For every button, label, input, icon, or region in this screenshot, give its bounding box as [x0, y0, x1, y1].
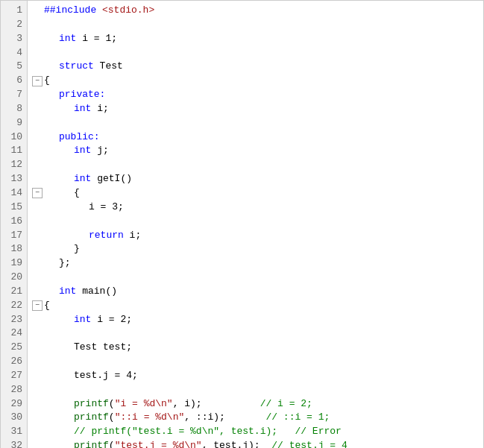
code-line: }; — [32, 256, 483, 271]
token-comment: // ::i = 1; — [265, 411, 330, 425]
line-number: 29 — [5, 397, 22, 411]
line-number: 7 — [5, 88, 22, 102]
token-plain: i; — [124, 229, 141, 243]
code-line: int main() — [32, 285, 483, 299]
code-line: i = 3; — [32, 201, 483, 215]
code-line: int i = 2; — [32, 313, 483, 327]
token-plain: test.j = 4; — [74, 369, 138, 383]
token-plain: Test test; — [74, 341, 132, 355]
token-kw: struct — [59, 60, 94, 74]
line-number: 1 — [5, 4, 22, 18]
line-number: 2 — [5, 18, 22, 32]
line-number: 19 — [5, 256, 22, 271]
line-number: 17 — [5, 229, 22, 243]
token-kw: int — [59, 32, 76, 46]
line-number: 27 — [5, 369, 22, 383]
code-line: printf("i = %d\n", i); // i = 2; — [32, 397, 483, 411]
code-line: Test test; — [32, 341, 483, 355]
code-line — [32, 355, 483, 369]
token-plain: i = 2; — [91, 313, 132, 327]
line-number: 23 — [5, 313, 22, 327]
code-line: // printf("test.i = %d\n", test.i); // E… — [32, 425, 483, 439]
code-line: −{ — [32, 74, 483, 88]
line-number: 18 — [5, 242, 22, 256]
line-number: 30 — [5, 411, 22, 425]
token-plain: { — [44, 299, 50, 313]
token-plain: getI() — [91, 172, 132, 186]
code-line: int j; — [32, 144, 483, 158]
line-number: 25 — [5, 341, 22, 355]
token-plain: i = 3; — [89, 201, 124, 215]
code-line: printf("test.j = %d\n", test.j); // test… — [32, 439, 483, 448]
code-line — [32, 215, 483, 229]
code-line — [32, 46, 483, 60]
token-access: public: — [59, 130, 100, 145]
token-plain: ( — [109, 397, 115, 411]
line-numbers: 1234567891011121314151617181920212223242… — [1, 1, 28, 448]
token-kw: int — [59, 285, 76, 299]
line-number: 22 — [5, 299, 22, 313]
token-kw: int — [74, 313, 91, 327]
token-header: <stdio.h> — [102, 4, 154, 18]
token-kw: int — [74, 144, 91, 158]
line-number: 32 — [5, 439, 22, 448]
token-str: "::i = %d\n" — [115, 411, 185, 425]
token-plain: j; — [91, 144, 108, 158]
line-number: 15 — [5, 201, 22, 215]
token-plain: , i); — [173, 397, 260, 411]
editor-container: 1234567891011121314151617181920212223242… — [0, 0, 484, 448]
code-line — [32, 158, 483, 172]
token-plain: i; — [91, 102, 108, 116]
token-plain: Test — [94, 60, 123, 74]
code-line: ##include <stdio.h> — [32, 4, 483, 18]
line-number: 20 — [5, 271, 22, 285]
line-number: 31 — [5, 425, 22, 439]
token-plain: }; — [59, 256, 71, 271]
token-fn: printf — [74, 411, 109, 425]
fold-icon[interactable]: − — [32, 188, 43, 198]
token-fn: printf — [74, 439, 109, 448]
code-line: return i; — [32, 229, 483, 243]
token-plain: , ::i); — [184, 411, 265, 425]
token-plain: main() — [76, 285, 117, 299]
line-number: 9 — [5, 116, 22, 130]
fold-icon[interactable]: − — [32, 76, 43, 86]
token-str: "test.j = %d\n" — [115, 439, 202, 448]
token-plain: ( — [109, 439, 115, 448]
code-line: int getI() — [32, 172, 483, 186]
token-plain: { — [74, 186, 80, 201]
code-line: int i = 1; — [32, 32, 483, 46]
code-line — [32, 383, 483, 397]
line-number: 6 — [5, 74, 22, 88]
token-comment: // i = 2; — [260, 397, 312, 411]
code-line — [32, 271, 483, 285]
code-line: struct Test — [32, 60, 483, 74]
code-line: int i; — [32, 102, 483, 116]
code-line: test.j = 4; — [32, 369, 483, 383]
token-comment: // printf("test.i = %d\n", test.i); // E… — [74, 425, 342, 439]
fold-icon[interactable]: − — [32, 300, 43, 311]
line-number: 3 — [5, 32, 22, 46]
code-line: printf("::i = %d\n", ::i); // ::i = 1; — [32, 411, 483, 425]
code-area[interactable]: ##include <stdio.h>int i = 1;struct Test… — [28, 1, 483, 448]
line-number: 21 — [5, 285, 22, 299]
code-line — [32, 326, 483, 341]
token-fn: printf — [74, 397, 109, 411]
line-number: 4 — [5, 46, 22, 60]
token-kw: return — [89, 229, 124, 243]
line-number: 16 — [5, 215, 22, 229]
token-plain: , test.j); — [202, 439, 272, 448]
token-str: "i = %d\n" — [115, 397, 173, 411]
line-number: 8 — [5, 102, 22, 116]
token-plain: { — [44, 74, 50, 88]
token-plain: ( — [109, 411, 115, 425]
code-line — [32, 116, 483, 130]
token-comment: // test.j = 4 — [271, 439, 347, 448]
code-line — [32, 18, 483, 32]
token-plain: i = 1; — [76, 32, 117, 46]
code-line: −{ — [32, 299, 483, 313]
token-access: private: — [59, 88, 105, 102]
line-number: 26 — [5, 355, 22, 369]
line-number: 13 — [5, 172, 22, 186]
token-macro: ##include — [44, 4, 102, 18]
